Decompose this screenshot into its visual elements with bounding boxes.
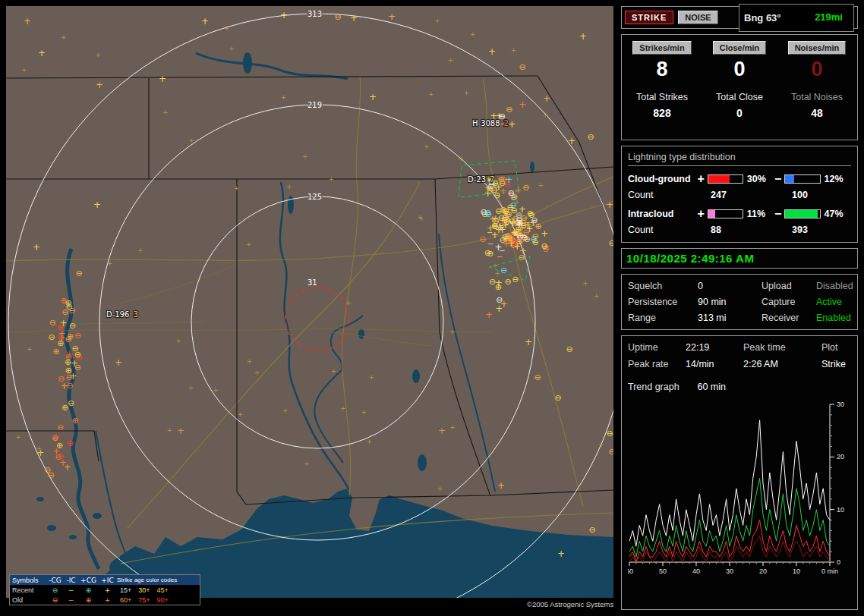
old-pos-ic-glyph: + [98, 596, 117, 605]
cg-count-label: Count [628, 190, 698, 200]
trend-graph: 01020306050403020100 min [628, 398, 853, 592]
svg-text:−: − [487, 240, 493, 248]
svg-text:+: + [494, 269, 500, 277]
svg-text:⊖: ⊖ [74, 350, 81, 360]
svg-text:31: 31 [307, 278, 317, 287]
plus-sign: + [697, 172, 705, 186]
svg-text:+: + [224, 24, 230, 32]
map-panel[interactable]: 31321912531 ⊖++⊖+⊖+⊖⊖⊕⊖⊖+⊖⊖⊖⊖⊖−⊖++⊖⊖+⊖+⊖… [6, 6, 613, 598]
settings-box: Squelch 0 Upload Disabled Persistence 90… [621, 274, 858, 330]
map-canvas[interactable]: 31321912531 ⊖++⊖+⊖+⊖⊖⊕⊖⊖+⊖⊖⊖⊖⊖−⊖++⊖⊖+⊖+⊖… [6, 6, 613, 598]
cg-pos-pct: 30% [746, 174, 774, 184]
svg-text:+: + [280, 93, 286, 101]
svg-text:+: + [449, 423, 456, 431]
svg-text:+: + [254, 369, 260, 376]
svg-text:+: + [514, 198, 520, 206]
recent-neg-ic-glyph: − [63, 586, 79, 595]
ic-count-label: Count [628, 225, 698, 235]
ic-neg-bar [784, 209, 820, 218]
svg-text:+: + [27, 345, 33, 353]
svg-text:⊕: ⊕ [56, 441, 63, 451]
trend-graph-label: Trend graph [628, 382, 695, 392]
total-strikes-value: 828 [653, 107, 670, 119]
recent-pos-ic-glyph: + [98, 586, 117, 595]
svg-text:⊖: ⊖ [68, 398, 74, 408]
svg-text:⊖: ⊖ [58, 374, 65, 384]
total-noises-label: Total Noises [791, 92, 843, 102]
noise-indicator-button[interactable]: NOISE [678, 11, 717, 24]
svg-text:+: + [470, 30, 476, 38]
basemap-layer [6, 6, 613, 598]
svg-text:+: + [159, 74, 166, 84]
svg-text:⊖: ⊖ [506, 209, 512, 219]
strike-indicator-button[interactable]: STRIKE [625, 11, 673, 24]
svg-text:+: + [95, 51, 101, 58]
peak-time-label: Peak time [743, 342, 801, 353]
minus-sign: − [774, 207, 782, 221]
svg-text:+: + [304, 460, 310, 467]
legend-col-pos-cg: +CG [79, 576, 98, 585]
cg-pos-bar [708, 174, 743, 184]
cg-neg-bar [784, 174, 820, 184]
svg-text:⊕: ⊕ [535, 222, 542, 231]
svg-text:+: + [437, 485, 443, 492]
capture-status: Active [816, 297, 853, 307]
svg-text:+: + [61, 33, 67, 41]
svg-text:+: + [234, 184, 240, 192]
svg-text:+: + [519, 99, 526, 110]
svg-text:⊖: ⊖ [541, 241, 548, 251]
svg-text:+: + [340, 404, 346, 412]
svg-text:⊖: ⊖ [61, 307, 68, 317]
svg-text:+: + [525, 337, 532, 347]
svg-text:⊖: ⊖ [587, 132, 594, 142]
svg-text:+: + [438, 426, 446, 436]
svg-text:+: + [33, 242, 40, 253]
svg-text:+: + [367, 438, 373, 445]
svg-text:+: + [286, 183, 292, 190]
datetime-box: 10/18/2025 2:49:16 AM [621, 248, 858, 269]
noises-per-min-chip[interactable]: Noises/min [788, 41, 847, 55]
svg-text:+: + [345, 299, 352, 306]
receiver-label: Receiver [762, 313, 816, 323]
svg-text:+: + [369, 92, 377, 102]
ic-pos-count: 88 [698, 225, 792, 235]
svg-text:+: + [463, 89, 469, 96]
svg-text:⊖: ⊖ [57, 332, 64, 342]
close-per-min-chip[interactable]: Close/min [713, 41, 767, 55]
svg-text:⊖: ⊖ [504, 277, 511, 287]
upload-label: Upload [762, 281, 816, 291]
svg-text:−: − [497, 253, 503, 261]
svg-text:⊖: ⊖ [512, 275, 519, 284]
minus-sign: − [774, 172, 782, 186]
svg-text:⊖: ⊖ [531, 234, 538, 244]
svg-text:+: + [582, 279, 588, 287]
current-datetime: 10/18/2025 2:49:16 AM [626, 252, 754, 265]
age-75: 75+ [138, 596, 150, 605]
svg-text:⊖: ⊖ [522, 183, 529, 193]
svg-text:⊖: ⊖ [500, 174, 507, 184]
plot-label: Plot [821, 342, 864, 353]
svg-text:+: + [107, 259, 113, 267]
svg-text:⊖: ⊖ [65, 335, 71, 344]
strikes-per-min-value: 8 [656, 58, 667, 81]
svg-text:+: + [424, 143, 430, 150]
svg-text:⊖: ⊖ [489, 277, 496, 287]
svg-text:+: + [511, 46, 517, 54]
svg-text:60: 60 [628, 567, 633, 575]
svg-text:⊖: ⊖ [493, 190, 500, 200]
svg-text:50: 50 [659, 567, 667, 575]
svg-text:+: + [246, 240, 252, 248]
svg-text:0: 0 [837, 558, 840, 566]
rates-box: Strikes/min 8 Total Strikes 828 Close/mi… [621, 34, 858, 140]
svg-text:0 min: 0 min [821, 567, 838, 575]
svg-text:⊖: ⊖ [608, 447, 613, 457]
strikes-per-min-chip[interactable]: Strikes/min [632, 41, 691, 55]
svg-text:+: + [350, 13, 358, 24]
svg-text:−: − [487, 228, 493, 237]
range-label: Range [628, 313, 698, 323]
svg-text:+: + [213, 386, 219, 394]
svg-text:+: + [69, 371, 77, 382]
svg-text:⊕: ⊕ [65, 352, 72, 362]
total-noises-value: 48 [811, 107, 823, 119]
svg-text:⊖: ⊖ [57, 451, 64, 461]
